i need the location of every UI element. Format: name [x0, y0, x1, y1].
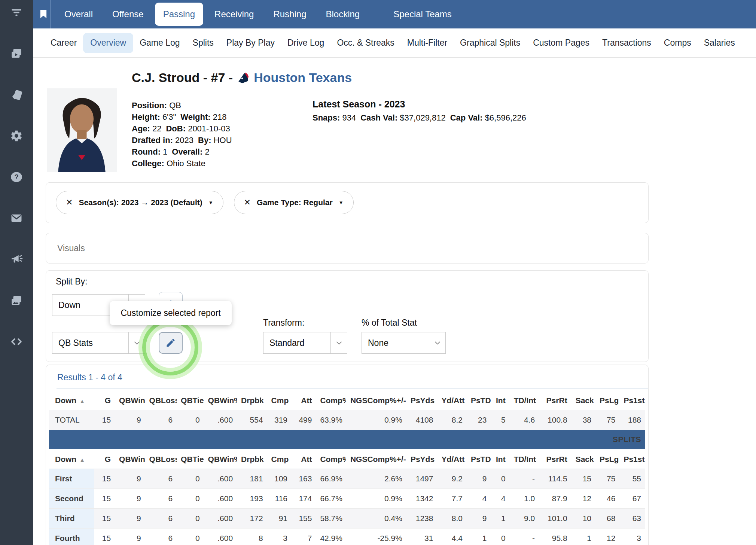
- stat-link[interactable]: 67: [619, 489, 645, 509]
- stat-link[interactable]: 1497: [406, 469, 438, 489]
- stat-link[interactable]: 181: [237, 469, 267, 489]
- stat-link[interactable]: 499: [292, 410, 316, 430]
- column-header-qbtie[interactable]: QBTie: [177, 390, 204, 410]
- column-header-ngscomp[interactable]: NGSComp%+/-: [346, 449, 406, 469]
- stat-link[interactable]: 0: [491, 529, 509, 545]
- stat-link[interactable]: 15: [571, 469, 595, 489]
- column-header-qbwin[interactable]: QBWin: [115, 449, 145, 469]
- stat-link[interactable]: 554: [237, 410, 267, 430]
- stat-link[interactable]: 5: [491, 410, 509, 430]
- stat-link[interactable]: 1238: [406, 509, 438, 529]
- column-header-g[interactable]: G: [94, 449, 115, 469]
- column-header-qbwin[interactable]: QBWin: [115, 390, 145, 410]
- stat-link[interactable]: 91: [267, 509, 292, 529]
- settings-gear-icon[interactable]: [9, 129, 24, 143]
- stat-link[interactable]: 1: [491, 509, 509, 529]
- column-header-qbloss[interactable]: QBLoss: [145, 390, 177, 410]
- stat-link[interactable]: 1: [467, 529, 491, 545]
- stat-link[interactable]: 3: [619, 529, 645, 545]
- column-header-td-int[interactable]: TD/Int: [510, 449, 539, 469]
- column-header-drpbk[interactable]: Drpbk: [237, 449, 267, 469]
- column-header-yd-att[interactable]: Yd/Att: [437, 390, 466, 410]
- stat-link[interactable]: 4108: [406, 410, 438, 430]
- sub-nav-drive-log[interactable]: Drive Log: [281, 28, 330, 57]
- stat-link[interactable]: 155: [292, 509, 316, 529]
- sub-nav-overview[interactable]: Overview: [83, 33, 133, 53]
- remove-filter-icon[interactable]: ✕: [66, 198, 73, 207]
- video-library-icon[interactable]: [9, 46, 24, 61]
- top-tab-overall[interactable]: Overall: [55, 0, 103, 28]
- customize-report-button[interactable]: [159, 332, 183, 354]
- stat-link[interactable]: 7: [292, 529, 316, 545]
- card-stack-icon[interactable]: [9, 88, 24, 102]
- stat-link[interactable]: 0: [491, 469, 509, 489]
- sub-nav-custom-pages[interactable]: Custom Pages: [527, 28, 596, 57]
- stat-link[interactable]: 9: [467, 469, 491, 489]
- stat-link[interactable]: 3: [267, 529, 292, 545]
- stat-link[interactable]: 10: [571, 509, 595, 529]
- column-header-int[interactable]: Int: [491, 449, 509, 469]
- stat-link[interactable]: 109: [267, 469, 292, 489]
- column-header-pstd[interactable]: PsTD: [467, 449, 491, 469]
- column-header-cmp[interactable]: Cmp: [267, 390, 292, 410]
- stat-link[interactable]: 4: [467, 489, 491, 509]
- column-header-psrrt[interactable]: PsrRt: [539, 449, 571, 469]
- column-header-yd-att[interactable]: Yd/Att: [437, 449, 466, 469]
- sub-nav-multi-filter[interactable]: Multi-Filter: [401, 28, 454, 57]
- column-header-qbtie[interactable]: QBTie: [177, 449, 204, 469]
- stat-link[interactable]: 63: [619, 509, 645, 529]
- stat-link[interactable]: 9: [467, 509, 491, 529]
- sub-nav-game-log[interactable]: Game Log: [133, 28, 186, 57]
- bookmark-icon[interactable]: [38, 6, 49, 21]
- sub-nav-salaries[interactable]: Salaries: [698, 28, 741, 57]
- filter-chip-season-s[interactable]: ✕Season(s): 2023 → 2023 (Default)▼: [56, 191, 223, 214]
- column-header-td-int[interactable]: TD/Int: [510, 390, 539, 410]
- filter-chip-game-type[interactable]: ✕Game Type: Regular▼: [234, 191, 354, 214]
- column-header-pslg[interactable]: PsLg: [595, 390, 619, 410]
- sub-nav-graphical-splits[interactable]: Graphical Splits: [454, 28, 527, 57]
- column-header-psyds[interactable]: PsYds: [406, 449, 438, 469]
- column-header-g[interactable]: G: [94, 390, 115, 410]
- top-tab-rushing[interactable]: Rushing: [263, 0, 316, 28]
- sub-nav-play-by-play[interactable]: Play By Play: [220, 28, 281, 57]
- sub-nav-transactions[interactable]: Transactions: [596, 28, 658, 57]
- visuals-panel[interactable]: Visuals: [46, 233, 649, 264]
- column-header-comp[interactable]: Comp%: [316, 390, 346, 410]
- column-header-ps1st[interactable]: Ps1st: [619, 449, 645, 469]
- column-header-qbwin[interactable]: QBWin%: [204, 449, 237, 469]
- stat-link[interactable]: 319: [267, 410, 292, 430]
- top-tab-receiving[interactable]: Receiving: [205, 0, 263, 28]
- column-header-qbloss[interactable]: QBLoss: [145, 449, 177, 469]
- column-header-drpbk[interactable]: Drpbk: [237, 390, 267, 410]
- stat-link[interactable]: 55: [619, 469, 645, 489]
- column-header-pstd[interactable]: PsTD: [467, 390, 491, 410]
- pct-total-select[interactable]: None: [362, 332, 446, 354]
- column-header-sack[interactable]: Sack: [571, 449, 595, 469]
- stat-link[interactable]: 38: [571, 410, 595, 430]
- top-tab-special-teams[interactable]: Special Teams: [384, 0, 461, 28]
- stat-link[interactable]: 172: [237, 509, 267, 529]
- column-header-att[interactable]: Att: [292, 449, 316, 469]
- filter-menu-icon[interactable]: [9, 5, 24, 19]
- report-select[interactable]: QB Stats: [52, 332, 145, 354]
- column-header-down[interactable]: Down▲: [49, 390, 94, 410]
- stat-link[interactable]: 193: [237, 489, 267, 509]
- column-header-cmp[interactable]: Cmp: [267, 449, 292, 469]
- image-gallery-icon[interactable]: [9, 293, 24, 308]
- stat-link[interactable]: 116: [267, 489, 292, 509]
- sub-nav-occ-streaks[interactable]: Occ. & Streaks: [330, 28, 400, 57]
- stat-link[interactable]: 1: [571, 529, 595, 545]
- help-icon[interactable]: ?: [9, 170, 24, 184]
- chevron-down-icon[interactable]: ▼: [339, 200, 344, 205]
- stat-link[interactable]: 1342: [406, 489, 438, 509]
- top-tab-passing[interactable]: Passing: [155, 3, 203, 26]
- stat-link[interactable]: 23: [467, 410, 491, 430]
- mail-icon[interactable]: [9, 211, 24, 225]
- column-header-comp[interactable]: Comp%: [316, 449, 346, 469]
- column-header-down[interactable]: Down▲: [49, 449, 94, 469]
- sub-nav-comps[interactable]: Comps: [658, 28, 698, 57]
- stat-link[interactable]: 31: [406, 529, 438, 545]
- column-header-ps1st[interactable]: Ps1st: [619, 390, 645, 410]
- column-header-qbwin[interactable]: QBWin%: [204, 390, 237, 410]
- column-header-psrrt[interactable]: PsrRt: [539, 390, 571, 410]
